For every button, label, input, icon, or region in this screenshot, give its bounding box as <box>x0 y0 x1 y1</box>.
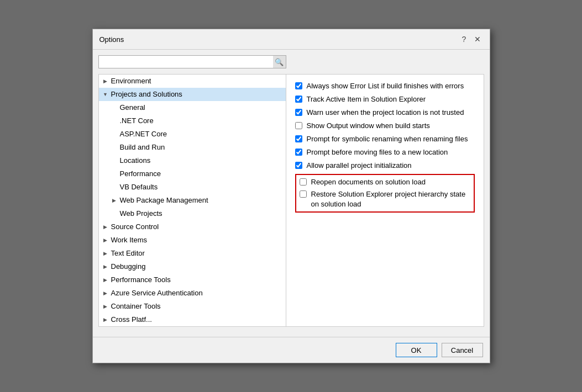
sidebar-item-vb-defaults[interactable]: VB Defaults <box>99 181 286 194</box>
sidebar-item-azure-service-authentication[interactable]: Azure Service Authentication <box>99 287 286 300</box>
sidebar-item-asp-net-core[interactable]: ASP.NET Core <box>99 128 286 141</box>
expand-icon-environment <box>101 77 110 86</box>
close-button[interactable]: ✕ <box>472 34 483 45</box>
sidebar-item-work-items[interactable]: Work Items <box>99 234 286 247</box>
expand-icon-web-package-management <box>110 196 119 205</box>
expand-icon-azure-service-authentication <box>101 289 110 298</box>
option-row-always-show-error: Always show Error List if build finishes… <box>295 81 475 91</box>
sidebar-item-locations[interactable]: Locations <box>99 154 286 167</box>
checkbox-always-show-error[interactable] <box>295 82 302 89</box>
sidebar-item-web-projects[interactable]: Web Projects <box>99 207 286 220</box>
option-label-reopen-documents: Reopen documents on solution load <box>311 177 426 187</box>
sidebar-item-performance-tools[interactable]: Performance Tools <box>99 273 286 287</box>
sidebar-item-build-and-run[interactable]: Build and Run <box>99 141 286 154</box>
sidebar-label-azure-service-authentication: Azure Service Authentication <box>110 288 203 299</box>
sidebar-label-work-items: Work Items <box>110 235 148 246</box>
sidebar-item-container-tools[interactable]: Container Tools <box>99 300 286 313</box>
option-row-reopen-documents: Reopen documents on solution load <box>300 177 470 187</box>
option-row-warn-user: Warn user when the project location is n… <box>295 108 475 118</box>
checkbox-reopen-documents[interactable] <box>300 178 307 186</box>
search-input[interactable] <box>98 55 286 68</box>
highlighted-options-box: Reopen documents on solution loadRestore… <box>295 174 475 213</box>
ok-button[interactable]: OK <box>396 343 437 357</box>
sidebar-label-projects-and-solutions: Projects and Solutions <box>110 89 182 100</box>
expand-icon-text-editor <box>101 249 110 258</box>
sidebar-item-net-core[interactable]: .NET Core <box>99 114 286 128</box>
option-row-prompt-before-moving: Prompt before moving files to a new loca… <box>295 147 475 157</box>
checkbox-prompt-before-moving[interactable] <box>295 149 302 156</box>
sidebar-item-performance[interactable]: Performance <box>99 167 286 181</box>
option-row-track-active-item: Track Active Item in Solution Explorer <box>295 94 475 104</box>
sidebar-label-asp-net-core: ASP.NET Core <box>119 129 167 140</box>
main-content: EnvironmentProjects and SolutionsGeneral… <box>98 74 484 327</box>
option-row-restore-solution-explorer: Restore Solution Explorer project hierar… <box>300 189 470 209</box>
sidebar-label-text-editor: Text Editor <box>110 248 145 259</box>
sidebar: EnvironmentProjects and SolutionsGeneral… <box>98 74 286 327</box>
checkbox-prompt-symbolic[interactable] <box>295 135 302 142</box>
search-icon: 🔍 <box>275 58 284 66</box>
checkbox-allow-parallel[interactable] <box>295 162 302 169</box>
sidebar-label-vb-defaults: VB Defaults <box>119 182 158 193</box>
dialog-title: Options <box>99 35 124 44</box>
dialog-footer: OK Cancel <box>93 337 490 363</box>
options-dialog: Options ? ✕ 🔍 EnvironmentProjects and So… <box>92 29 490 363</box>
sidebar-item-source-control[interactable]: Source Control <box>99 220 286 234</box>
sidebar-item-debugging[interactable]: Debugging <box>99 260 286 273</box>
title-bar: Options ? ✕ <box>93 29 490 50</box>
sidebar-label-web-package-management: Web Package Management <box>119 195 208 206</box>
sidebar-label-performance: Performance <box>119 168 161 179</box>
sidebar-label-source-control: Source Control <box>110 221 159 232</box>
sidebar-label-performance-tools: Performance Tools <box>110 274 171 285</box>
option-row-prompt-symbolic: Prompt for symbolic renaming when renami… <box>295 134 475 144</box>
expand-icon-source-control <box>101 223 110 231</box>
search-wrapper: 🔍 <box>98 55 286 68</box>
option-row-show-output-window: Show Output window when build starts <box>295 121 475 131</box>
search-button[interactable]: 🔍 <box>273 55 286 68</box>
sidebar-item-environment[interactable]: Environment <box>99 75 286 88</box>
option-label-prompt-before-moving: Prompt before moving files to a new loca… <box>307 147 448 157</box>
sidebar-label-build-and-run: Build and Run <box>119 142 165 153</box>
title-bar-controls: ? ✕ <box>459 34 483 45</box>
option-label-track-active-item: Track Active Item in Solution Explorer <box>307 94 426 104</box>
expand-icon-work-items <box>101 236 110 245</box>
sidebar-item-cross-platform[interactable]: Cross Platf... <box>99 313 286 326</box>
sidebar-label-cross-platform: Cross Platf... <box>110 314 152 325</box>
sidebar-item-projects-and-solutions[interactable]: Projects and Solutions <box>99 88 286 101</box>
option-row-allow-parallel: Allow parallel project initialization <box>295 161 475 171</box>
sidebar-item-general[interactable]: General <box>99 101 286 114</box>
option-label-allow-parallel: Allow parallel project initialization <box>307 161 412 171</box>
sidebar-label-debugging: Debugging <box>110 261 146 272</box>
cancel-button[interactable]: Cancel <box>442 343 483 357</box>
checkbox-restore-solution-explorer[interactable] <box>300 190 307 198</box>
help-button[interactable]: ? <box>459 34 470 45</box>
checkbox-warn-user[interactable] <box>295 109 302 116</box>
expand-icon-projects-and-solutions <box>101 90 110 99</box>
sidebar-label-general: General <box>119 102 145 113</box>
expand-icon-debugging <box>101 262 110 271</box>
sidebar-item-text-editor[interactable]: Text Editor <box>99 247 286 260</box>
search-row: 🔍 <box>98 55 484 68</box>
expand-icon-performance-tools <box>101 276 110 284</box>
dialog-body: 🔍 EnvironmentProjects and SolutionsGener… <box>93 50 490 332</box>
expand-icon-container-tools <box>101 302 110 311</box>
sidebar-label-net-core: .NET Core <box>119 115 154 126</box>
option-label-show-output-window: Show Output window when build starts <box>307 121 430 131</box>
content-panel: Always show Error List if build finishes… <box>286 74 484 327</box>
sidebar-label-web-projects: Web Projects <box>119 208 162 219</box>
option-label-restore-solution-explorer: Restore Solution Explorer project hierar… <box>311 189 470 209</box>
option-label-prompt-symbolic: Prompt for symbolic renaming when renami… <box>307 134 468 144</box>
sidebar-item-web-package-management[interactable]: Web Package Management <box>99 194 286 207</box>
checkbox-show-output-window[interactable] <box>295 122 302 129</box>
option-label-always-show-error: Always show Error List if build finishes… <box>307 81 464 91</box>
expand-icon-cross-platform <box>101 315 110 324</box>
sidebar-label-container-tools: Container Tools <box>110 301 161 312</box>
sidebar-label-environment: Environment <box>110 76 151 87</box>
option-label-warn-user: Warn user when the project location is n… <box>307 108 464 118</box>
sidebar-label-locations: Locations <box>119 155 151 166</box>
checkbox-track-active-item[interactable] <box>295 96 302 103</box>
